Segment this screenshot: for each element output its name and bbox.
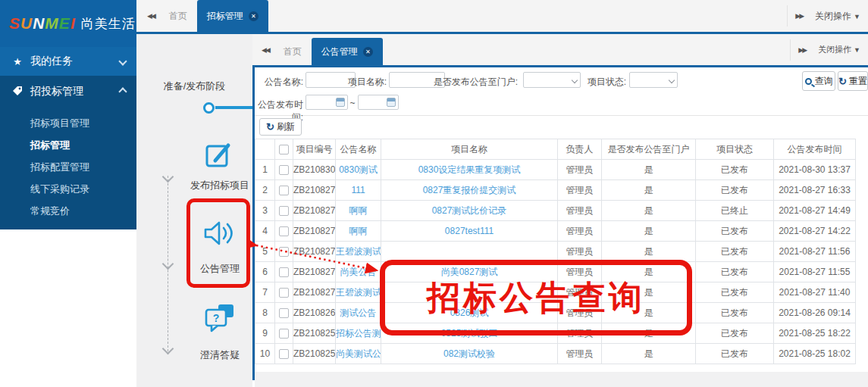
- cell-portal: 是: [602, 201, 696, 221]
- row-checkbox[interactable]: [279, 329, 289, 339]
- panel-left-border: [252, 67, 255, 380]
- header-status: 项目状态: [696, 139, 774, 160]
- cell-project-name[interactable]: 0827重复报价提交测试: [381, 180, 558, 201]
- step-publish-project-icon[interactable]: [205, 140, 235, 172]
- stepper-progress-line: [215, 106, 252, 109]
- cell-project-name[interactable]: 0827test111: [381, 221, 558, 242]
- tab-home[interactable]: 首页: [159, 0, 197, 32]
- cell-announcement-name[interactable]: 啊啊: [336, 201, 381, 221]
- scroll-tabs-left-icon[interactable]: ◀◀: [147, 12, 155, 20]
- sidebar: SUNMEI 尚美生活 ★ 我的任务 招投标管理 招标项目管理 招标管理 招标配…: [0, 0, 136, 229]
- chevron-down-icon: [572, 77, 578, 83]
- row-checkbox[interactable]: [275, 201, 293, 221]
- cell-project-name[interactable]: [381, 242, 558, 262]
- refresh-icon: ↻: [266, 121, 274, 133]
- search-icon: [805, 78, 812, 85]
- close-tab-icon[interactable]: ✕: [363, 47, 373, 57]
- refresh-button[interactable]: ↻刷新: [259, 118, 302, 136]
- cell-announcement-name[interactable]: 招标公告测试: [336, 323, 381, 344]
- stepper-progress-node: [203, 102, 215, 114]
- cell-project-name[interactable]: 0827测试比价记录: [381, 201, 558, 221]
- header-index: [255, 139, 275, 160]
- cell-announcement-name[interactable]: 测试公告: [336, 303, 381, 323]
- inner-tab-home[interactable]: 首页: [274, 38, 312, 65]
- cell-project-code: ZB210827007: [293, 201, 336, 221]
- cell-owner: 管理员: [558, 180, 602, 201]
- select-all-checkbox[interactable]: [279, 145, 289, 154]
- close-tab-icon[interactable]: ✕: [249, 11, 259, 21]
- sidebar-item-my-tasks[interactable]: ★ 我的任务: [0, 47, 136, 76]
- annotation-arrow: [250, 236, 387, 276]
- cell-portal: 是: [602, 221, 696, 242]
- close-operations-dropdown[interactable]: 关闭操作▼: [818, 44, 860, 55]
- cell-announcement-name[interactable]: 0830测试: [336, 160, 381, 180]
- step-announcement-icon[interactable]: [202, 218, 237, 251]
- cell-publish-time: 2021-08-30 13:37: [774, 160, 856, 180]
- brand-logo-en: SUNMEI: [9, 14, 76, 33]
- table-row: 2ZB2108270081110827重复报价提交测试管理员是已发布2021-0…: [255, 180, 856, 201]
- row-checkbox[interactable]: [279, 349, 289, 359]
- reset-button[interactable]: ↻重置: [838, 71, 868, 91]
- stepper-panel: 准备/发布阶段 发布招标项目: [136, 34, 252, 387]
- sidebar-item-offline-purchase[interactable]: 线下采购记录: [0, 178, 136, 200]
- row-checkbox[interactable]: [279, 186, 289, 195]
- cell-project-code: ZB210830001: [293, 160, 336, 180]
- cell-status: 已发布: [696, 160, 774, 180]
- row-checkbox[interactable]: [279, 206, 289, 216]
- cell-announcement-name[interactable]: 尚美测试公告08...: [336, 344, 381, 364]
- cell-portal: 是: [602, 180, 696, 201]
- row-checkbox[interactable]: [279, 165, 289, 175]
- row-checkbox[interactable]: [275, 180, 293, 201]
- calendar-icon[interactable]: [336, 98, 345, 107]
- cell-status: 已终止: [696, 201, 774, 221]
- row-checkbox[interactable]: [275, 344, 293, 364]
- tab-bid-management[interactable]: 招标管理 ✕: [197, 0, 268, 32]
- row-checkbox[interactable]: [275, 160, 293, 180]
- publish-portal-select[interactable]: [523, 72, 581, 88]
- row-index: 10: [255, 344, 275, 364]
- row-checkbox[interactable]: [275, 323, 293, 344]
- step-clarification-icon[interactable]: ?: [204, 303, 236, 338]
- project-status-select[interactable]: [629, 72, 678, 88]
- cell-project-name[interactable]: 0830设定结果重复项测试: [381, 160, 558, 180]
- cell-publish-time: 2021-08-27 16:33: [774, 180, 856, 201]
- close-operations-dropdown[interactable]: 关闭操作▼: [815, 10, 860, 23]
- sidebar-item-regular-bidding[interactable]: 常规竞价: [0, 200, 136, 222]
- row-checkbox[interactable]: [275, 303, 293, 323]
- annotation-box: 招标公告查询: [380, 260, 692, 336]
- scroll-tabs-right-icon[interactable]: ▶▶: [795, 12, 803, 20]
- row-checkbox[interactable]: [279, 308, 289, 318]
- publish-time-end-input[interactable]: [358, 95, 399, 110]
- query-button[interactable]: 查询: [802, 71, 835, 91]
- cell-project-code: ZB210826001: [293, 303, 336, 323]
- inner-tab-announcement-management[interactable]: 公告管理 ✕: [312, 38, 383, 65]
- cell-publish-time: 2021-08-25 18:02: [774, 344, 856, 364]
- publish-time-start-input[interactable]: [306, 95, 348, 110]
- sidebar-section-bid-management[interactable]: 招投标管理: [0, 76, 136, 108]
- sidebar-item-bid-mgmt[interactable]: 招标管理: [0, 134, 136, 156]
- sidebar-item-bid-config-mgmt[interactable]: 招标配置管理: [0, 156, 136, 178]
- table-footer-strip: [255, 372, 868, 387]
- cell-project-name[interactable]: 082测试校验: [381, 344, 558, 364]
- cell-announcement-name[interactable]: 111: [336, 180, 381, 201]
- app-window: SUNMEI 尚美生活 ★ 我的任务 招投标管理 招标项目管理 招标管理 招标配…: [0, 0, 868, 387]
- row-checkbox[interactable]: [279, 226, 289, 236]
- cell-owner: 管理员: [558, 201, 602, 221]
- cell-announcement-name[interactable]: 王碧波测试: [336, 282, 381, 303]
- calendar-icon[interactable]: [387, 98, 396, 107]
- header-publish-time: 公告发布时间: [774, 139, 856, 160]
- row-index: 8: [255, 303, 275, 323]
- scroll-tabs-right-icon[interactable]: ▶▶: [798, 46, 806, 54]
- sidebar-item-bid-project-mgmt[interactable]: 招标项目管理: [0, 112, 136, 134]
- table-header-row: 项目编号 公告名称 项目名称 负责人 是否发布公告至门户 项目状态 公告发布时间: [255, 139, 856, 160]
- stepper-title: 准备/发布阶段: [136, 80, 252, 93]
- row-checkbox[interactable]: [279, 288, 289, 298]
- scroll-tabs-left-icon[interactable]: ◀◀: [262, 46, 269, 54]
- chevron-up-icon: [118, 87, 127, 95]
- cell-publish-time: 2021-08-25 18:22: [774, 323, 856, 344]
- table-row: 10ZB210825006尚美测试公告08...082测试校验管理员是已发布20…: [255, 344, 856, 364]
- cell-project-code: ZB210827008: [293, 180, 336, 201]
- brand-logo: SUNMEI 尚美生活: [0, 0, 136, 47]
- cell-status: 已发布: [696, 242, 774, 262]
- row-checkbox[interactable]: [275, 282, 293, 303]
